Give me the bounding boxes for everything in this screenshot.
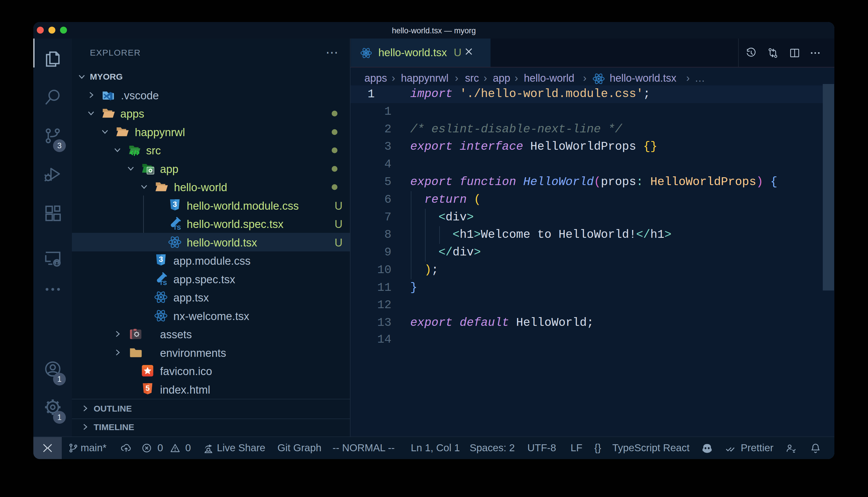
svg-text:3: 3 <box>173 200 177 209</box>
svg-text:TS: TS <box>159 280 167 286</box>
svg-text:5: 5 <box>146 384 150 393</box>
svg-text:TS: TS <box>173 224 181 230</box>
svg-text:3: 3 <box>159 255 163 264</box>
